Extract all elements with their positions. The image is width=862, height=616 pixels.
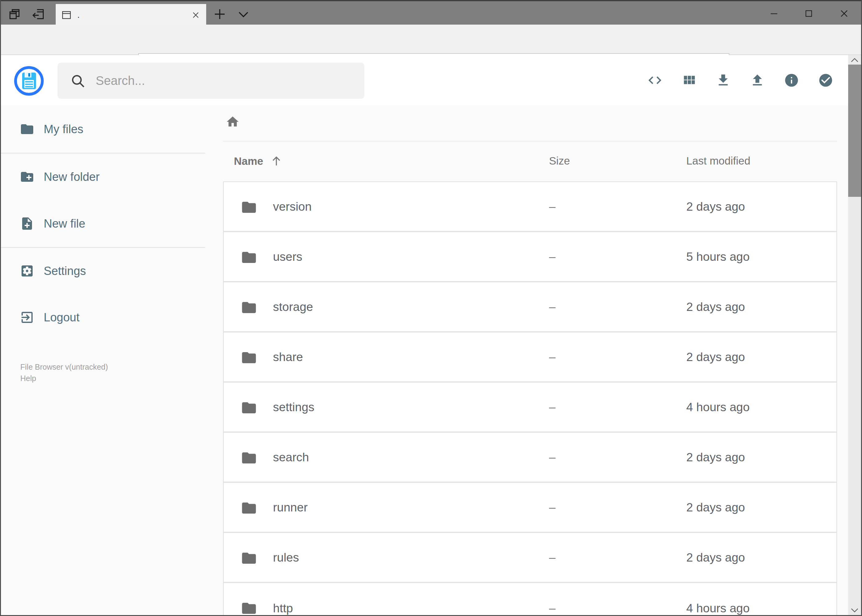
- sidebar-divider: [1, 247, 205, 248]
- file-row-rules[interactable]: rules – 2 days ago: [224, 533, 837, 583]
- folder-icon: [241, 500, 257, 516]
- file-name: storage: [273, 300, 313, 314]
- tab-close-icon[interactable]: [189, 9, 202, 21]
- file-modified: 2 days ago: [686, 501, 745, 514]
- breadcrumb-home-icon[interactable]: [225, 115, 240, 129]
- active-tab[interactable]: .: [56, 4, 206, 26]
- page-icon: [61, 10, 72, 20]
- folder-icon: [241, 349, 257, 366]
- column-header-modified[interactable]: Last modified: [686, 155, 750, 167]
- new-file-icon: [20, 216, 35, 231]
- scroll-up-icon[interactable]: [850, 57, 859, 63]
- content-area: My files New folder New file Settings Lo…: [1, 105, 862, 616]
- floppy-disk-icon: [22, 72, 36, 89]
- page-scrollbar[interactable]: [848, 55, 861, 616]
- minimize-button[interactable]: [760, 4, 788, 23]
- sidebar-item-label: My files: [44, 123, 84, 136]
- file-modified: 2 days ago: [686, 200, 745, 214]
- show-tab-previews-icon[interactable]: [236, 7, 251, 22]
- file-row-settings[interactable]: settings – 4 hours ago: [224, 383, 837, 433]
- sidebar-item-logout[interactable]: Logout: [1, 304, 205, 331]
- info-icon[interactable]: [784, 72, 799, 88]
- column-label: Name: [234, 155, 263, 167]
- file-size: –: [549, 602, 555, 615]
- version-text: File Browser v(untracked): [20, 361, 108, 373]
- file-name: share: [273, 350, 303, 364]
- folder-icon: [20, 122, 35, 137]
- select-multiple-icon[interactable]: [818, 72, 834, 88]
- sidebar-item-new-folder[interactable]: New folder: [1, 163, 205, 190]
- folder-icon: [241, 449, 257, 466]
- file-row-version[interactable]: version – 2 days ago: [224, 182, 837, 232]
- sidebar-item-my-files[interactable]: My files: [1, 116, 205, 143]
- close-button[interactable]: [830, 4, 858, 23]
- browser-window: .: [0, 0, 862, 616]
- file-size: –: [549, 451, 555, 464]
- sidebar-item-label: Settings: [44, 264, 86, 278]
- file-modified: 2 days ago: [686, 300, 745, 314]
- file-name: search: [273, 451, 309, 464]
- file-modified: 4 hours ago: [686, 401, 750, 414]
- grid-view-icon[interactable]: [681, 72, 697, 88]
- sidebar-item-label: Logout: [44, 311, 79, 324]
- file-row-http[interactable]: http – 4 hours ago: [224, 583, 837, 616]
- search-icon: [70, 73, 86, 89]
- file-modified: 4 hours ago: [686, 602, 750, 615]
- column-label: Size: [549, 155, 570, 167]
- folder-icon: [241, 550, 257, 566]
- scroll-down-icon[interactable]: [850, 607, 859, 614]
- file-size: –: [549, 250, 555, 263]
- search-input[interactable]: Search...: [58, 63, 364, 99]
- file-size: –: [549, 551, 555, 564]
- maximize-button[interactable]: [795, 4, 823, 23]
- sidebar-item-label: New folder: [44, 170, 100, 184]
- filebrowser-header: Search...: [1, 55, 861, 105]
- folder-icon: [241, 399, 257, 416]
- sidebar-item-new-file[interactable]: New file: [1, 210, 205, 237]
- upload-icon[interactable]: [750, 72, 765, 88]
- file-row-users[interactable]: users – 5 hours ago: [224, 232, 837, 282]
- settings-gear-icon: [20, 264, 35, 278]
- sidebar-footer: File Browser v(untracked) Help: [20, 361, 108, 384]
- help-link[interactable]: Help: [20, 373, 108, 384]
- file-name: users: [273, 250, 302, 264]
- file-row-search[interactable]: search – 2 days ago: [224, 433, 837, 483]
- file-size: –: [549, 401, 555, 414]
- file-row-storage[interactable]: storage – 2 days ago: [224, 282, 837, 332]
- new-folder-icon: [20, 170, 35, 184]
- code-view-icon[interactable]: [647, 72, 663, 88]
- file-modified: 5 hours ago: [686, 250, 750, 264]
- header-actions: [647, 55, 834, 105]
- file-modified: 2 days ago: [686, 350, 745, 364]
- file-size: –: [549, 501, 555, 514]
- file-size: –: [549, 300, 555, 313]
- tab-bar: .: [1, 0, 861, 25]
- file-size: –: [549, 350, 555, 363]
- folder-icon: [241, 249, 257, 266]
- folder-icon: [241, 600, 257, 616]
- file-row-runner[interactable]: runner – 2 days ago: [224, 483, 837, 533]
- filebrowser-logo[interactable]: [14, 66, 44, 96]
- file-name: rules: [273, 551, 299, 564]
- file-name: settings: [273, 401, 314, 414]
- sidebar-item-label: New file: [44, 217, 85, 230]
- sidebar-divider: [1, 153, 205, 154]
- column-label: Last modified: [686, 155, 750, 167]
- tab-preview-icon[interactable]: [8, 7, 22, 21]
- file-row-share[interactable]: share – 2 days ago: [224, 332, 837, 383]
- tab-title: .: [77, 10, 189, 20]
- download-icon[interactable]: [715, 72, 731, 88]
- column-header-size[interactable]: Size: [549, 155, 570, 167]
- sort-asc-icon: [270, 155, 283, 168]
- file-size: –: [549, 200, 555, 213]
- new-tab-button[interactable]: [212, 7, 227, 22]
- folder-icon: [241, 199, 257, 215]
- set-tabs-aside-icon[interactable]: [32, 7, 45, 21]
- file-name: runner: [273, 501, 308, 514]
- file-listing: version – 2 days ago users – 5 hours ago…: [223, 181, 837, 616]
- file-modified: 2 days ago: [686, 451, 745, 464]
- column-header-name[interactable]: Name: [234, 155, 283, 168]
- scrollbar-thumb[interactable]: [848, 64, 861, 197]
- sidebar-item-settings[interactable]: Settings: [1, 258, 205, 284]
- folder-icon: [241, 299, 257, 316]
